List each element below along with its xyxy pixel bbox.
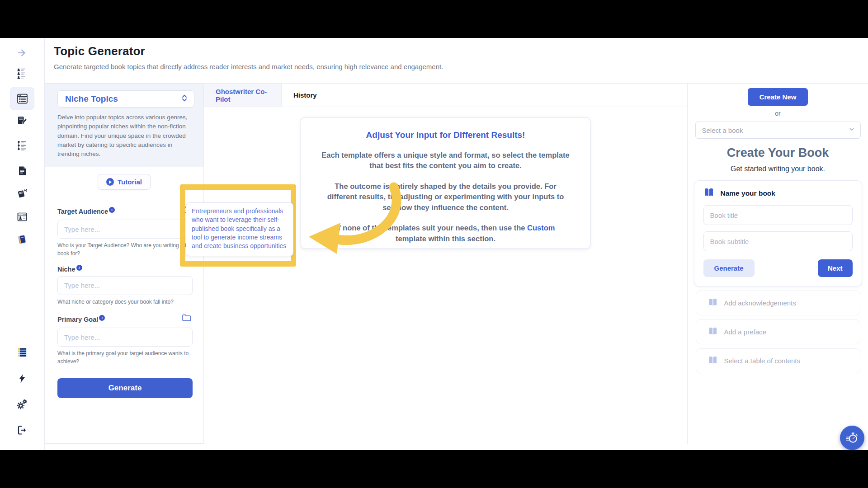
step-label: Add a preface xyxy=(724,328,766,336)
outline-list-icon[interactable] xyxy=(14,138,30,153)
message-card-paragraph: The outcome is entirely shaped by the de… xyxy=(320,181,571,213)
book-title-input[interactable] xyxy=(703,205,853,225)
tutorial-row: Tutorial xyxy=(45,167,203,195)
topic-generator-icon[interactable] xyxy=(14,91,30,106)
center-panel: Ghostwriter Co-Pilot History Adjust Your… xyxy=(204,84,687,444)
add-acknowledgements-step[interactable]: Add acknowledgements xyxy=(696,291,860,315)
page-header: Topic Generator Generate targeted book t… xyxy=(45,38,868,84)
quick-actions-icon[interactable] xyxy=(14,371,30,386)
stopwatch-icon xyxy=(845,431,859,445)
select-book-value: Select a book xyxy=(702,127,743,134)
add-preface-step[interactable]: Add a preface xyxy=(696,319,860,344)
tab-ghostwriter-copilot[interactable]: Ghostwriter Co-Pilot xyxy=(204,84,282,107)
logout-icon[interactable] xyxy=(14,422,30,438)
page-title: Topic Generator xyxy=(54,44,868,58)
topic-form: Target Audience Who is your Target Audie… xyxy=(45,195,203,398)
next-button[interactable]: Next xyxy=(818,259,853,277)
page-subtitle: Generate targeted book topics that direc… xyxy=(54,63,868,70)
template-panel: Niche Topics Delve into popular topics a… xyxy=(45,84,204,444)
folder-icon[interactable] xyxy=(181,313,193,324)
step-label: Select a table of contents xyxy=(724,357,800,365)
collapse-arrow-icon[interactable] xyxy=(14,45,30,61)
tutorial-button[interactable]: Tutorial xyxy=(98,174,151,190)
open-book-icon xyxy=(708,327,718,337)
niche-input[interactable] xyxy=(57,276,193,295)
document-icon[interactable] xyxy=(14,163,30,178)
sidebar xyxy=(0,38,45,450)
target-audience-helper: Who is your Target Audience? Who are you… xyxy=(57,242,193,258)
chevron-down-icon xyxy=(849,126,855,134)
create-your-book-title: Create Your Book xyxy=(688,146,868,160)
tab-history[interactable]: History xyxy=(282,84,329,107)
app-window: Topic Generator Generate targeted book t… xyxy=(0,38,868,450)
template-panel-top: Niche Topics Delve into popular topics a… xyxy=(45,84,203,167)
name-your-book-card: Name your book Generate Next xyxy=(694,180,862,286)
custom-template-link[interactable]: Custom xyxy=(527,224,555,232)
message-card-paragraph: If none of the templates suit your needs… xyxy=(320,223,571,244)
book-writing-icon[interactable] xyxy=(14,113,30,128)
select-table-of-contents-step[interactable]: Select a table of contents xyxy=(696,348,860,373)
book-subtitle-input[interactable] xyxy=(703,231,853,251)
audience-list-icon[interactable] xyxy=(14,66,30,81)
primary-goal-helper: What is the primary goal your target aud… xyxy=(57,350,193,366)
template-description: Delve into popular topics across various… xyxy=(57,113,194,159)
or-divider-text: or xyxy=(688,110,868,117)
author-profile-icon[interactable] xyxy=(14,209,30,225)
create-book-panel: Create New or Select a book Create Your … xyxy=(687,84,868,444)
message-card-title: Adjust Your Input for Different Results! xyxy=(320,130,571,140)
template-select-value: Niche Topics xyxy=(65,94,118,104)
sort-chevrons-icon xyxy=(180,94,189,104)
template-select[interactable]: Niche Topics xyxy=(57,90,194,108)
speed-timer-fab[interactable] xyxy=(840,426,864,450)
info-icon[interactable] xyxy=(109,207,115,213)
create-your-book-subtitle: Get started writing your book. xyxy=(688,165,868,173)
audiobook-icon[interactable] xyxy=(14,186,30,201)
niche-helper: What niche or category does your book fa… xyxy=(57,298,193,306)
screen: Topic Generator Generate targeted book t… xyxy=(0,0,868,488)
name-your-book-heading: Name your book xyxy=(721,189,775,197)
primary-goal-input[interactable] xyxy=(57,328,193,347)
select-book-dropdown[interactable]: Select a book xyxy=(695,122,861,139)
target-audience-label: Target Audience xyxy=(57,207,115,215)
open-book-icon xyxy=(708,298,718,308)
book-icon[interactable] xyxy=(14,232,30,247)
generate-book-name-button[interactable]: Generate xyxy=(703,259,755,277)
step-label: Add acknowledgements xyxy=(724,299,796,307)
tutorial-label: Tutorial xyxy=(118,178,142,186)
open-book-icon xyxy=(708,356,718,366)
open-book-icon xyxy=(703,188,714,199)
tab-bar: Ghostwriter Co-Pilot History xyxy=(204,84,687,107)
chapters-list-icon[interactable] xyxy=(14,345,30,360)
settings-gears-icon[interactable] xyxy=(14,397,30,412)
target-audience-input[interactable] xyxy=(57,220,193,239)
target-audience-tooltip: Entrepreneurs and professionals who want… xyxy=(186,202,293,256)
niche-label: Niche xyxy=(57,265,82,273)
generate-topics-button[interactable]: Generate xyxy=(57,378,193,398)
create-new-button[interactable]: Create New xyxy=(748,88,808,106)
info-message-card: Adjust Your Input for Different Results!… xyxy=(301,117,590,249)
primary-goal-label: Primary Goal xyxy=(57,315,105,323)
info-icon[interactable] xyxy=(76,265,82,271)
info-icon[interactable] xyxy=(99,315,105,321)
message-card-paragraph: Each template offers a unique style and … xyxy=(320,150,571,171)
play-icon xyxy=(106,178,114,186)
